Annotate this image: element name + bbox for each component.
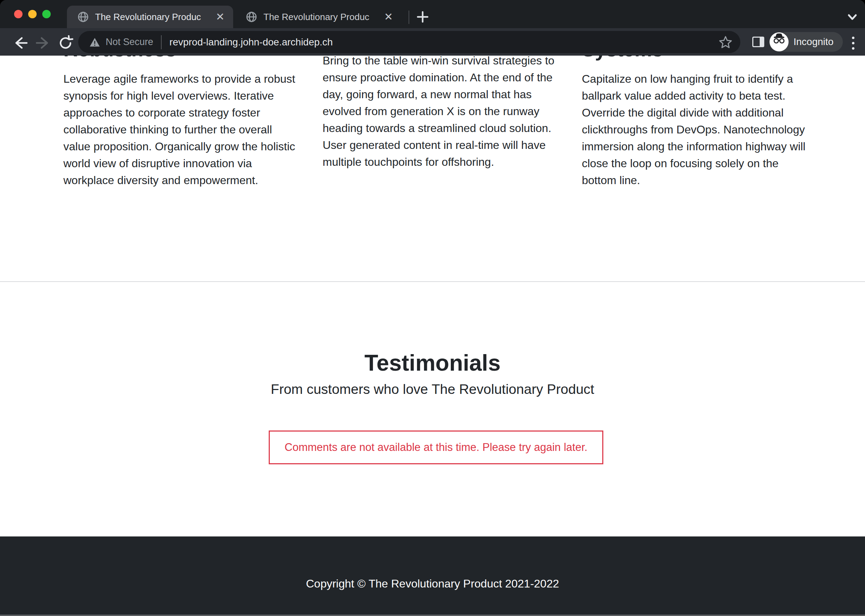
tab-2-inactive[interactable]: The Revolutionary Product ✕ — [235, 6, 402, 28]
feature-3-heading-cutoff: Systems — [582, 56, 663, 61]
window-bottom-edge — [0, 614, 865, 616]
feature-2-text: Bring to the table win-win survival stra… — [323, 56, 555, 170]
globe-favicon-icon — [77, 11, 89, 22]
section-divider — [0, 281, 865, 282]
testimonials-title: Testimonials — [0, 350, 865, 376]
incognito-badge: Incognito — [769, 32, 843, 52]
browser-window: The Revolutionary Product ✕ The Revoluti… — [0, 0, 865, 616]
screen: The Revolutionary Product ✕ The Revoluti… — [0, 0, 865, 616]
bookmark-star-icon[interactable] — [718, 35, 733, 49]
url-text[interactable]: revprod-landing.john-doe.archidep.ch — [169, 37, 333, 48]
feature-1-text: Leverage agile frameworks to provide a r… — [63, 71, 296, 189]
new-tab-button[interactable] — [415, 9, 430, 25]
tab-title: The Revolutionary Product — [263, 12, 369, 22]
copyright-text: Copyright © The Revolutionary Product 20… — [0, 577, 865, 590]
tab-1-active[interactable]: The Revolutionary Product ✕ — [67, 6, 233, 28]
warning-triangle-icon — [90, 37, 100, 47]
tab-title: The Revolutionary Product — [95, 12, 201, 22]
tab-strip: The Revolutionary Product ✕ The Revoluti… — [0, 0, 865, 28]
comments-error-alert: Comments are not available at this time.… — [269, 431, 603, 464]
incognito-icon — [770, 32, 789, 51]
tab-close-icon[interactable]: ✕ — [383, 12, 394, 22]
tab-close-icon[interactable]: ✕ — [215, 12, 225, 22]
feature-1-heading-cutoff: Robustness — [63, 56, 176, 61]
security-label[interactable]: Not Secure — [106, 37, 153, 47]
minimize-window-button[interactable] — [28, 10, 37, 18]
zoom-window-button[interactable] — [42, 10, 51, 18]
side-panel-icon[interactable] — [752, 37, 764, 47]
feature-3-text: Capitalize on low hanging fruit to ident… — [582, 71, 814, 189]
tab-search-chevron-down-icon[interactable] — [845, 11, 860, 23]
incognito-label: Incognito — [794, 36, 833, 47]
close-window-button[interactable] — [14, 10, 22, 18]
reload-button[interactable] — [58, 35, 73, 51]
tab-divider — [408, 11, 409, 24]
globe-favicon-icon — [246, 11, 257, 22]
omnibox-separator — [161, 35, 162, 49]
forward-button[interactable] — [35, 35, 51, 51]
back-button[interactable] — [13, 35, 28, 51]
page-content: Robustness Systems Leverage agile framew… — [0, 56, 865, 536]
browser-menu-icon[interactable] — [849, 35, 857, 51]
page-footer: Copyright © The Revolutionary Product 20… — [0, 536, 865, 616]
address-bar[interactable]: Not Secure revprod-landing.john-doe.arch… — [78, 31, 741, 53]
testimonials-subtitle: From customers who love The Revolutionar… — [0, 382, 865, 397]
comments-error-text: Comments are not available at this time.… — [285, 441, 588, 454]
